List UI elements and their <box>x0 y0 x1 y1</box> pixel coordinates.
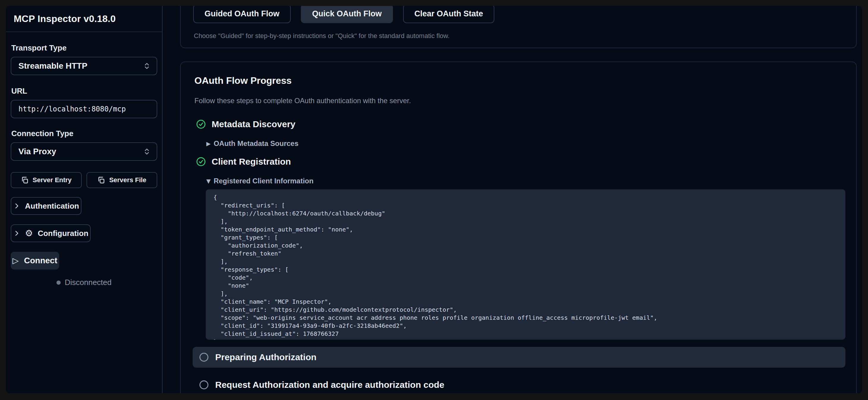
registered-client-json: { "redirect_uris": [ "http://localhost:6… <box>206 189 845 340</box>
chevron-right-icon <box>13 203 20 210</box>
check-circle-icon <box>196 157 206 166</box>
check-circle-icon <box>196 120 206 129</box>
triangle-down-icon: ▼ <box>206 178 211 184</box>
quick-oauth-flow-button[interactable]: Quick OAuth Flow <box>301 6 393 23</box>
connect-button[interactable]: ▷ Connect <box>11 252 59 270</box>
progress-card-subtitle: Follow these steps to complete OAuth aut… <box>194 97 411 105</box>
transport-type-value: Streamable HTTP <box>19 61 87 71</box>
sidebar-header: MCP Inspector v0.18.0 <box>6 6 162 32</box>
step-title: Request Authorization and acquire author… <box>215 380 444 390</box>
empty-circle-icon <box>199 380 209 390</box>
connect-label: Connect <box>24 256 57 266</box>
play-icon: ▷ <box>12 256 19 265</box>
step-preparing-authorization[interactable]: Preparing Authorization <box>193 347 845 368</box>
main-panel: Guided OAuth Flow Quick OAuth Flow Clear… <box>163 6 862 393</box>
connection-type-label: Connection Type <box>11 129 157 138</box>
oauth-flow-caption: Choose "Guided" for step-by-step instruc… <box>194 32 450 40</box>
status-dot-icon <box>57 280 61 285</box>
triangle-right-icon: ▶ <box>206 141 211 147</box>
connection-type-select[interactable]: Via Proxy <box>11 142 157 161</box>
step-request-authorization[interactable]: Request Authorization and acquire author… <box>193 378 444 391</box>
step-title: Client Registration <box>212 157 291 167</box>
copy-icon <box>21 176 29 184</box>
server-entry-label: Server Entry <box>33 176 72 184</box>
authentication-label: Authentication <box>25 202 79 211</box>
gear-icon: ⚙ <box>25 229 33 238</box>
sidebar: MCP Inspector v0.18.0 Transport Type Str… <box>6 6 163 393</box>
server-entry-button[interactable]: Server Entry <box>11 172 82 188</box>
url-input[interactable] <box>11 100 157 118</box>
connection-type-value: Via Proxy <box>19 147 56 156</box>
servers-file-label: Servers File <box>109 176 146 184</box>
authentication-expander[interactable]: Authentication <box>11 197 82 215</box>
transport-type-select[interactable]: Streamable HTTP <box>11 57 157 75</box>
oauth-flow-buttons: Guided OAuth Flow Quick OAuth Flow Clear… <box>193 6 494 23</box>
configuration-label: Configuration <box>38 229 88 238</box>
copy-icon <box>97 176 105 184</box>
export-buttons-row: Server Entry Servers File <box>11 172 157 188</box>
chevrons-up-down-icon <box>143 62 151 70</box>
url-label: URL <box>11 87 157 96</box>
registered-client-info-expander[interactable]: ▼ Registered Client Information <box>206 177 314 185</box>
step-client-registration: Client Registration <box>196 157 291 167</box>
guided-oauth-flow-button[interactable]: Guided OAuth Flow <box>193 6 291 23</box>
chevrons-up-down-icon <box>143 148 151 155</box>
clear-oauth-state-button[interactable]: Clear OAuth State <box>403 6 494 23</box>
servers-file-button[interactable]: Servers File <box>87 172 158 188</box>
app-window: MCP Inspector v0.18.0 Transport Type Str… <box>6 6 862 393</box>
detail-label: Registered Client Information <box>214 177 314 185</box>
oauth-progress-card: OAuth Flow Progress Follow these steps t… <box>180 62 857 393</box>
connection-status: Disconnected <box>11 278 157 287</box>
configuration-expander[interactable]: ⚙ Configuration <box>11 224 91 242</box>
oauth-toolbar-card: Guided OAuth Flow Quick OAuth Flow Clear… <box>180 6 857 48</box>
registered-client-json-block[interactable]: { "redirect_uris": [ "http://localhost:6… <box>206 189 845 340</box>
sidebar-body: Transport Type Streamable HTTP URL Conne… <box>6 32 162 287</box>
step-title: Preparing Authorization <box>215 352 317 362</box>
oauth-metadata-sources-expander[interactable]: ▶ OAuth Metadata Sources <box>206 140 299 148</box>
step-title: Metadata Discovery <box>212 119 296 129</box>
progress-card-title: OAuth Flow Progress <box>194 75 291 86</box>
step-metadata-discovery: Metadata Discovery <box>196 119 296 129</box>
status-label: Disconnected <box>65 278 112 287</box>
chevron-right-icon <box>13 230 20 237</box>
detail-label: OAuth Metadata Sources <box>214 140 299 148</box>
transport-type-label: Transport Type <box>11 43 157 53</box>
empty-circle-icon <box>199 352 209 362</box>
app-title: MCP Inspector v0.18.0 <box>14 13 116 24</box>
